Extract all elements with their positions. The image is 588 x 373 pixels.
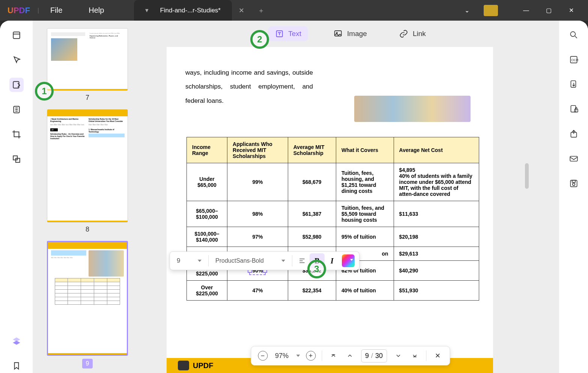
font-size-select[interactable]: 9 bbox=[172, 257, 206, 265]
table-row: Under $65,00099%$68,679Tuition, fees, ho… bbox=[187, 163, 479, 201]
zoom-in-button[interactable]: + bbox=[306, 351, 316, 361]
bottom-page-bar: − 97% + 9 / 30 ✕ bbox=[251, 346, 450, 365]
edit-toolbar: Text Image Link bbox=[268, 24, 433, 43]
last-page-button[interactable] bbox=[409, 350, 420, 361]
table-row: $100,000–$140,00097%$52,98095% of tuitio… bbox=[187, 227, 479, 247]
bookmark-icon[interactable] bbox=[9, 359, 24, 373]
table-row: Over $225,00047%$22,35440% of tuition$51… bbox=[187, 281, 479, 301]
svg-point-17 bbox=[572, 183, 575, 186]
menu-help[interactable]: Help bbox=[89, 6, 104, 15]
ocr-icon[interactable]: OCR bbox=[569, 55, 579, 65]
share-icon[interactable] bbox=[569, 129, 579, 139]
window-controls: ⌄ ― ▢ ✕ bbox=[461, 5, 588, 16]
document-tab[interactable]: ▾ Find-and-...r-Studies* bbox=[134, 0, 232, 21]
zoom-value: 97% bbox=[274, 352, 290, 360]
protect-icon[interactable] bbox=[569, 104, 579, 114]
thumb-label: 9 bbox=[82, 359, 93, 368]
divider: | bbox=[38, 7, 39, 14]
right-rail: OCR bbox=[559, 21, 588, 373]
svg-rect-15 bbox=[570, 156, 577, 161]
zoom-out-button[interactable]: − bbox=[258, 351, 268, 361]
thumbnails-panel[interactable]: Lorem ipsum dolor sit amet text filler t… bbox=[33, 21, 142, 373]
next-page-button[interactable] bbox=[393, 350, 403, 361]
save-icon[interactable] bbox=[569, 179, 579, 188]
tool-text[interactable]: Text bbox=[268, 26, 308, 41]
font-toolbar: 9 ProductSans-Bold B I bbox=[170, 251, 359, 270]
reader-icon[interactable] bbox=[9, 28, 24, 42]
tool-link[interactable]: Link bbox=[393, 26, 433, 41]
svg-rect-3 bbox=[13, 156, 17, 160]
tool-image[interactable]: Image bbox=[327, 26, 374, 41]
thumbnail-page-7[interactable]: Lorem ipsum dolor sit amet text filler t… bbox=[47, 28, 128, 102]
svg-rect-12 bbox=[571, 105, 576, 112]
page-view[interactable]: ways, including income and savings, outs… bbox=[167, 47, 493, 373]
font-family-select[interactable]: ProductSans-Bold bbox=[211, 257, 290, 264]
thumbnail-page-9[interactable]: filler filler filler filler filler fille… bbox=[47, 241, 128, 368]
scrollbar[interactable] bbox=[525, 163, 529, 189]
edit-icon[interactable] bbox=[9, 78, 24, 92]
chevron-down-icon bbox=[281, 260, 285, 264]
document-image bbox=[354, 96, 471, 122]
window-maximize[interactable]: ▢ bbox=[543, 7, 554, 14]
account-badge[interactable] bbox=[484, 5, 498, 16]
bold-button[interactable]: B bbox=[310, 253, 325, 268]
prev-page-button[interactable] bbox=[344, 350, 355, 361]
tab-title: Find-and-...r-Studies* bbox=[160, 7, 221, 14]
app-logo: UPDF bbox=[8, 6, 30, 15]
email-icon[interactable] bbox=[569, 154, 579, 164]
table-row: $65,000–$100,00098%$61,387Tuition, fees,… bbox=[187, 201, 479, 227]
thumbnail-page-8[interactable]: • Naval Architecture and Marine Engineer… bbox=[47, 109, 128, 233]
svg-rect-13 bbox=[574, 109, 578, 112]
organize-icon[interactable] bbox=[9, 102, 24, 117]
page-number-input[interactable]: 9 / 30 bbox=[361, 349, 387, 362]
window-minimize[interactable]: ― bbox=[520, 7, 532, 14]
svg-text:OCR: OCR bbox=[571, 58, 578, 62]
align-button[interactable] bbox=[295, 253, 310, 268]
zoom-dropdown[interactable] bbox=[296, 355, 300, 359]
chevron-down-icon bbox=[198, 260, 202, 264]
thumb-label: 8 bbox=[47, 226, 128, 233]
scholarship-table: Income Range Applicants Who Received MIT… bbox=[186, 137, 479, 301]
color-picker[interactable] bbox=[342, 254, 355, 267]
collapse-chevron[interactable]: ⌄ bbox=[461, 7, 472, 14]
titlebar: UPDF | File Help ▾ Find-and-...r-Studies… bbox=[0, 0, 588, 21]
search-icon[interactable] bbox=[569, 30, 579, 40]
tools-icon[interactable] bbox=[9, 152, 24, 166]
menu-file[interactable]: File bbox=[50, 6, 62, 15]
window-close[interactable]: ✕ bbox=[565, 7, 577, 14]
tab-add-button[interactable]: ＋ bbox=[258, 6, 265, 15]
comment-icon[interactable] bbox=[9, 53, 24, 67]
left-rail bbox=[0, 21, 33, 373]
first-page-button[interactable] bbox=[328, 350, 338, 361]
svg-rect-11 bbox=[571, 81, 576, 87]
crop-icon[interactable] bbox=[9, 127, 24, 141]
convert-icon[interactable] bbox=[569, 80, 579, 89]
svg-rect-0 bbox=[13, 32, 20, 38]
layers-icon[interactable] bbox=[9, 334, 24, 348]
svg-point-8 bbox=[570, 32, 575, 36]
tab-chevron[interactable]: ▾ bbox=[145, 6, 149, 14]
italic-button[interactable]: I bbox=[325, 253, 340, 268]
thumb-label: 7 bbox=[47, 94, 128, 102]
close-bar-button[interactable]: ✕ bbox=[432, 350, 443, 361]
document-paragraph: ways, including income and savings, outs… bbox=[167, 66, 332, 108]
main-canvas: Text Image Link ways, including income a… bbox=[142, 21, 559, 373]
svg-rect-4 bbox=[15, 158, 20, 162]
tab-close-button[interactable]: ✕ bbox=[239, 6, 244, 15]
